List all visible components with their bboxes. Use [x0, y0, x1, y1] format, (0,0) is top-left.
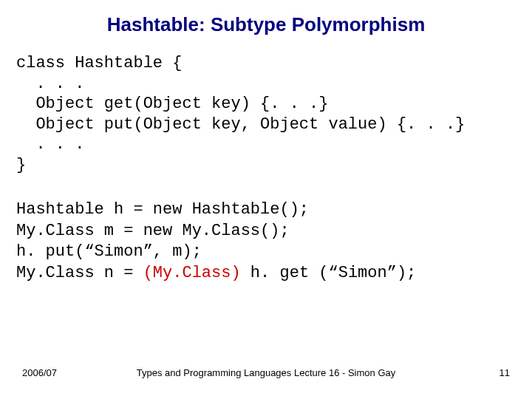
code-line: class Hashtable {	[16, 54, 182, 72]
code-line: . . .	[16, 75, 84, 93]
code-line: Hashtable h = new Hashtable();	[16, 200, 309, 219]
code-line: h. put(“Simon”, m);	[16, 242, 202, 261]
code-cast-highlight: (My.Class)	[143, 264, 241, 282]
code-line: }	[16, 156, 26, 174]
footer-title: Types and Programming Languages Lecture …	[0, 367, 532, 378]
footer-page-number: 11	[499, 367, 510, 378]
slide: Hashtable: Subtype Polymorphism class Ha…	[0, 0, 532, 399]
code-line: My.Class m = new My.Class();	[16, 222, 290, 240]
code-block-class-definition: class Hashtable { . . . Object get(Objec…	[16, 53, 465, 175]
code-line-part: My.Class n =	[16, 264, 143, 282]
slide-title: Hashtable: Subtype Polymorphism	[0, 13, 532, 36]
code-line: Object get(Object key) {. . .}	[16, 95, 328, 113]
code-line: Object put(Object key, Object value) {. …	[16, 115, 465, 134]
code-line-part: h. get (“Simon”);	[241, 264, 417, 282]
code-block-usage: Hashtable h = new Hashtable(); My.Class …	[16, 200, 416, 284]
code-line: . . .	[16, 135, 84, 154]
